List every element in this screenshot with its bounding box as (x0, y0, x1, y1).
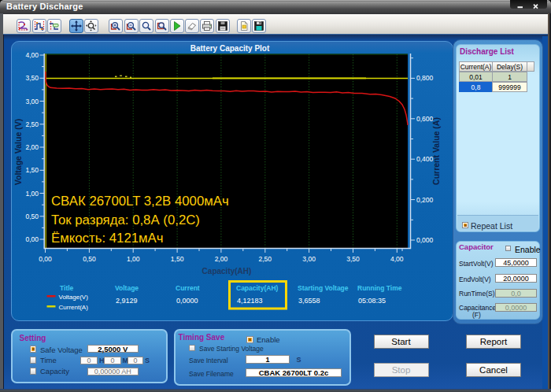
svg-text:4,00: 4,00 (390, 255, 404, 263)
svg-text:0,50: 0,50 (83, 255, 96, 263)
svg-text:Battery Capacity Plot: Battery Capacity Plot (190, 44, 270, 53)
svg-text:Voltage Value (V): Voltage Value (V) (13, 119, 23, 185)
svg-text:1,00: 1,00 (127, 255, 140, 263)
svg-text:2,9129: 2,9129 (116, 297, 138, 305)
svg-text:2,50: 2,50 (25, 120, 39, 128)
svg-text:Voltage(V): Voltage(V) (59, 294, 89, 301)
svg-text:3,50: 3,50 (25, 74, 39, 82)
svg-text:0,200: 0,200 (416, 196, 434, 204)
svg-text:3,00: 3,00 (302, 255, 316, 263)
svg-text:0,800: 0,800 (416, 74, 434, 82)
svg-text:4,00: 4,00 (25, 51, 39, 59)
svg-text:Starting Voltage: Starting Voltage (298, 284, 349, 292)
svg-text:0,000: 0,000 (416, 236, 434, 244)
svg-text:Current: Current (176, 284, 200, 292)
svg-text:Current Value (A): Current Value (A) (431, 117, 441, 185)
svg-text:3,6558: 3,6558 (298, 297, 320, 305)
svg-text:2,50: 2,50 (259, 255, 272, 263)
svg-text:Voltage: Voltage (115, 284, 139, 292)
svg-text:2,00: 2,00 (25, 143, 39, 151)
svg-text:3,50: 3,50 (346, 255, 360, 263)
svg-text:1,50: 1,50 (25, 166, 39, 174)
svg-text:Capacity(AH): Capacity(AH) (236, 284, 279, 292)
svg-text:Ток разряда: 0,8А (0,2С): Ток разряда: 0,8А (0,2С) (51, 213, 200, 227)
svg-text:Title: Title (60, 284, 74, 292)
svg-text:Ёмкость: 4121мАч: Ёмкость: 4121мАч (51, 231, 164, 246)
svg-text:Current(A): Current(A) (59, 304, 89, 311)
svg-text:0,50: 0,50 (25, 213, 39, 220)
svg-text:4,12183: 4,12183 (237, 297, 263, 305)
svg-text:2,00: 2,00 (215, 255, 228, 263)
svg-text:0,00: 0,00 (25, 235, 39, 243)
svg-text:1,50: 1,50 (171, 255, 184, 263)
svg-text:Running Time: Running Time (357, 284, 402, 292)
svg-text:0,0000: 0,0000 (176, 297, 198, 305)
svg-text:0,00: 0,00 (39, 255, 52, 263)
svg-text:05:08:35: 05:08:35 (358, 297, 386, 305)
svg-text:3,00: 3,00 (25, 98, 39, 105)
svg-text:СВАК 26700LT 3,2В 4000мАч: СВАК 26700LT 3,2В 4000мАч (51, 194, 229, 209)
svg-text:Capacity(AH): Capacity(AH) (202, 267, 252, 276)
svg-text:1,00: 1,00 (25, 190, 39, 198)
